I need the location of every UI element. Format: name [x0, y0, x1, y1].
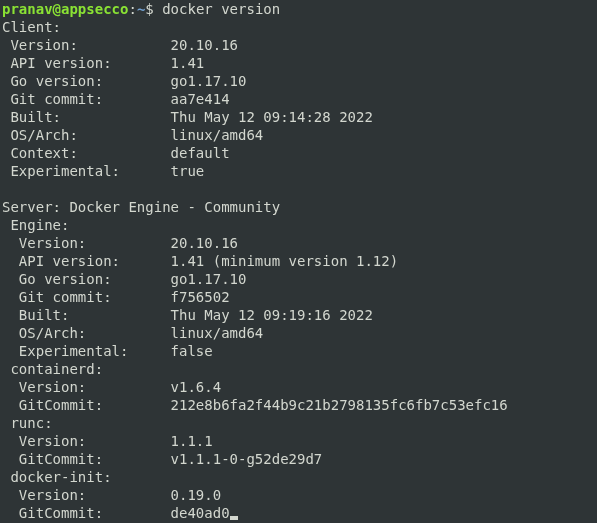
engine-header: Engine: — [2, 216, 595, 234]
client-built: Built: Thu May 12 09:14:28 2022 — [2, 108, 595, 126]
server-header: Server: Docker Engine - Community — [2, 198, 595, 216]
prompt-colon: : — [128, 1, 136, 17]
dockerinit-version: Version: 0.19.0 — [2, 486, 595, 504]
prompt-at: @ — [53, 1, 61, 17]
client-context: Context: default — [2, 144, 595, 162]
prompt-dollar: $ — [145, 1, 162, 17]
engine-built: Built: Thu May 12 09:19:16 2022 — [2, 306, 595, 324]
blank-line — [2, 180, 595, 198]
client-git-commit: Git commit: aa7e414 — [2, 90, 595, 108]
engine-git-commit: Git commit: f756502 — [2, 288, 595, 306]
engine-version: Version: 20.10.16 — [2, 234, 595, 252]
prompt-line: pranav@appsecco:~$ docker version — [2, 0, 595, 18]
client-api-version: API version: 1.41 — [2, 54, 595, 72]
dockerinit-git-commit: GitCommit: de40ad0 — [2, 504, 595, 522]
dockerinit-header: docker-init: — [2, 468, 595, 486]
containerd-version: Version: v1.6.4 — [2, 378, 595, 396]
prompt-host: appsecco — [61, 1, 128, 17]
runc-git-commit: GitCommit: v1.1.1-0-g52de29d7 — [2, 450, 595, 468]
engine-os-arch: OS/Arch: linux/amd64 — [2, 324, 595, 342]
client-version: Version: 20.10.16 — [2, 36, 595, 54]
client-go-version: Go version: go1.17.10 — [2, 72, 595, 90]
terminal[interactable]: pranav@appsecco:~$ docker version Client… — [0, 0, 597, 522]
engine-go-version: Go version: go1.17.10 — [2, 270, 595, 288]
containerd-header: containerd: — [2, 360, 595, 378]
cursor — [230, 516, 238, 520]
client-os-arch: OS/Arch: linux/amd64 — [2, 126, 595, 144]
command-text: docker version — [162, 1, 280, 17]
containerd-git-commit: GitCommit: 212e8b6fa2f44b9c21b2798135fc6… — [2, 396, 595, 414]
prompt-user: pranav — [2, 1, 53, 17]
engine-api-version: API version: 1.41 (minimum version 1.12) — [2, 252, 595, 270]
runc-header: runc: — [2, 414, 595, 432]
runc-version: Version: 1.1.1 — [2, 432, 595, 450]
client-header: Client: — [2, 18, 595, 36]
client-experimental: Experimental: true — [2, 162, 595, 180]
engine-experimental: Experimental: false — [2, 342, 595, 360]
